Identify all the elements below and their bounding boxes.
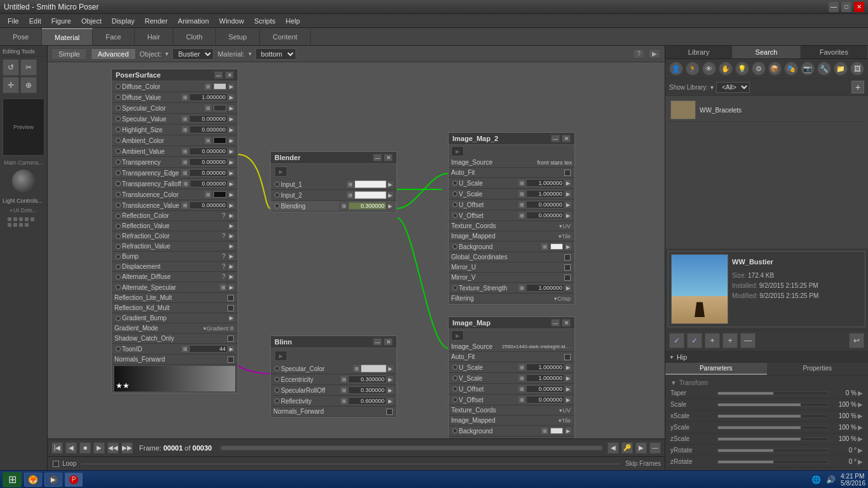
imagemap-vscale-icon[interactable]: ⊞ xyxy=(517,374,526,383)
lib-action-back[interactable]: ↩ xyxy=(849,333,864,348)
transparency-icon[interactable]: ⊞ xyxy=(180,158,189,166)
translucence-value-connector[interactable] xyxy=(116,203,121,208)
scale-expand[interactable]: ▶ xyxy=(858,401,863,408)
ambient-value-expand[interactable]: ▶ xyxy=(227,147,235,155)
imagemap2-autofit-check[interactable] xyxy=(564,170,571,176)
tool-move[interactable]: ✛ xyxy=(3,77,19,93)
alt-diffuse-qmark[interactable]: ? xyxy=(220,273,227,280)
hip-tab-properties[interactable]: Properties xyxy=(767,363,869,375)
toon-id-connector[interactable] xyxy=(116,346,121,351)
imagemap2-voffset-icon[interactable]: ⊞ xyxy=(517,211,526,220)
taskbar-app-firefox[interactable]: 🦊 xyxy=(24,473,42,487)
imagemap2-bg-expand[interactable]: ▶ xyxy=(564,243,572,250)
imagemap2-bg-icon[interactable]: ⊞ xyxy=(540,242,549,251)
highlight-expand[interactable]: ▶ xyxy=(227,126,235,133)
lib-tab-library[interactable]: Library xyxy=(665,46,733,58)
imagemap2-imagemapped-dropdown[interactable]: ▾Tile xyxy=(559,233,571,240)
refl-kd-mult-check[interactable] xyxy=(227,305,234,311)
reflectivity-icon[interactable]: ⊞ xyxy=(339,396,348,405)
reflection-value-connector[interactable] xyxy=(116,224,121,229)
zscale-slider[interactable] xyxy=(717,437,829,441)
start-button[interactable]: ⊞ xyxy=(3,472,22,487)
taper-expand[interactable]: ▶ xyxy=(858,390,863,396)
blinn-collapse[interactable]: — xyxy=(373,338,382,346)
bump-qmark[interactable]: ? xyxy=(220,253,227,260)
menu-edit[interactable]: Edit xyxy=(24,16,46,26)
xscale-expand[interactable]: ▶ xyxy=(858,412,863,419)
tool-scale[interactable]: ⊕ xyxy=(20,77,37,93)
lib-icon-hand[interactable]: ✋ xyxy=(719,62,733,76)
lib-tab-favorites[interactable]: Favorites xyxy=(801,46,868,58)
gradient-mode-dropdown[interactable]: ▾Gradient B xyxy=(203,325,234,332)
lib-icon-person[interactable]: 👤 xyxy=(669,62,683,76)
reflection-value-expand[interactable]: ▶ xyxy=(227,222,235,230)
lib-icon-drama[interactable]: 🎭 xyxy=(784,62,798,76)
imagemap2-close[interactable]: ✕ xyxy=(562,135,571,142)
tab-material[interactable]: Material xyxy=(42,28,93,45)
imagemap-collapse[interactable]: — xyxy=(551,319,560,327)
scale-slider[interactable] xyxy=(717,403,829,407)
shadow-catch-check[interactable] xyxy=(227,336,234,342)
toon-id-icon[interactable]: ⊞ xyxy=(180,344,189,353)
imagemap-autofit-check[interactable] xyxy=(564,354,571,360)
tl-next[interactable]: ▶▶ xyxy=(121,442,133,454)
help-button[interactable]: ? xyxy=(633,49,644,58)
hip-tab-parameters[interactable]: Parameters xyxy=(665,363,767,375)
imagemap2-uscale-expand[interactable]: ▶ xyxy=(564,179,572,187)
imagemap-globalcoords-check[interactable] xyxy=(564,438,571,439)
tool-select[interactable]: ✂ xyxy=(20,59,37,76)
menu-render[interactable]: Render xyxy=(140,16,173,26)
lib-icon-gear[interactable]: ⚙ xyxy=(752,62,766,76)
alt-diffuse-expand[interactable]: ▶ xyxy=(227,273,235,281)
refraction-value-connector[interactable] xyxy=(116,244,121,249)
translucence-color-icon[interactable]: ⊞ xyxy=(203,190,212,199)
ambient-value-icon[interactable]: ⊞ xyxy=(180,147,189,156)
trans-falloff-expand[interactable]: ▶ xyxy=(227,180,235,187)
imagemap-vscale-conn[interactable] xyxy=(452,376,458,381)
imagemap-imagemapped-dropdown[interactable]: ▾Tile xyxy=(559,417,571,424)
alt-specular-connector[interactable] xyxy=(116,285,121,290)
specular-color-swatch[interactable] xyxy=(214,105,226,111)
loop-progress[interactable] xyxy=(80,462,621,466)
diffuse-color-swatch[interactable] xyxy=(214,83,226,90)
refraction-color-qmark[interactable]: ? xyxy=(220,233,227,240)
loop-checkbox[interactable] xyxy=(53,461,59,467)
trans-edge-expand[interactable]: ▶ xyxy=(227,169,235,177)
lib-icon-wrench[interactable]: 🔧 xyxy=(817,62,831,76)
alt-specular-icon[interactable]: ⊞ xyxy=(219,283,227,292)
reflection-color-qmark[interactable]: ? xyxy=(220,212,227,219)
lib-icon-folder[interactable]: 📁 xyxy=(834,62,848,76)
yrotate-slider[interactable] xyxy=(717,449,829,452)
taskbar-app-poser[interactable]: P xyxy=(65,473,83,487)
imagemap2-uoffset-icon[interactable]: ⊞ xyxy=(517,200,526,209)
imagemap2-globalcoords-check[interactable] xyxy=(564,254,571,261)
lib-icon-eye[interactable]: 👁 xyxy=(702,62,716,76)
specular-color-connector[interactable] xyxy=(116,105,121,111)
trans-edge-icon[interactable]: ⊞ xyxy=(180,168,189,177)
tab-hair[interactable]: Hair xyxy=(135,28,173,45)
menu-animation[interactable]: Animation xyxy=(173,16,214,26)
reflection-color-expand[interactable]: ▶ xyxy=(227,212,235,220)
gradient-bump-connector[interactable] xyxy=(116,316,121,321)
reflection-color-connector[interactable] xyxy=(116,214,121,219)
imagemap2-uoffset-expand[interactable]: ▶ xyxy=(564,201,572,208)
taskbar-app-media[interactable]: ▶ xyxy=(44,473,62,487)
imagemap2-texcoords-dropdown[interactable]: ▾UV xyxy=(559,223,571,229)
translucence-color-expand[interactable]: ▶ xyxy=(227,191,235,198)
refraction-value-expand[interactable]: ▶ xyxy=(227,243,235,250)
imagemap-uoffset-icon[interactable]: ⊞ xyxy=(517,384,526,393)
yrotate-expand[interactable]: ▶ xyxy=(858,447,863,454)
imagemap2-texstrength-icon[interactable]: ⊞ xyxy=(517,283,526,292)
bump-expand[interactable]: ▶ xyxy=(227,253,235,261)
lib-action-check1[interactable]: ✓ xyxy=(669,333,684,348)
translucence-color-connector[interactable] xyxy=(116,192,121,197)
displacement-qmark[interactable]: ? xyxy=(220,263,227,270)
ambient-color-connector[interactable] xyxy=(116,138,121,143)
zrotate-expand[interactable]: ▶ xyxy=(858,458,863,465)
tab-face[interactable]: Face xyxy=(93,28,134,45)
imagemap-vscale-expand[interactable]: ▶ xyxy=(564,374,572,382)
library-add-button[interactable]: + xyxy=(851,81,864,93)
refl-lite-mult-check[interactable] xyxy=(227,295,234,301)
expand-button[interactable]: ▶ xyxy=(648,49,661,58)
imagemap-bg-conn[interactable] xyxy=(452,428,458,433)
